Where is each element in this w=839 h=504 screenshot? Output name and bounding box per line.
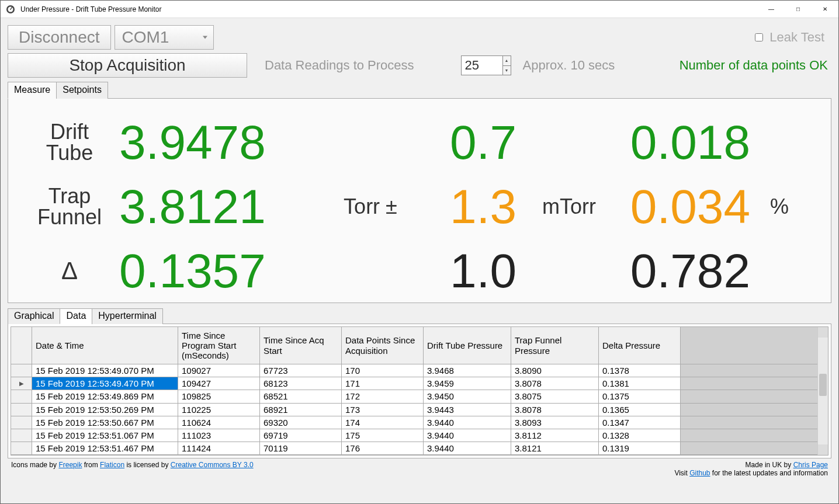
grid-cell[interactable]: 3.8075 [511, 390, 599, 403]
grid-cell[interactable]: 0.1365 [599, 404, 681, 416]
grid-cell[interactable]: 3.9450 [424, 390, 511, 403]
grid-cell[interactable]: 111424 [178, 442, 260, 455]
row-header[interactable] [11, 390, 32, 403]
tab-setpoints[interactable]: Setpoints [56, 82, 108, 99]
grid-cell[interactable]: 109825 [178, 390, 260, 403]
col-drift-tube[interactable]: Drift Tube Pressure [424, 327, 511, 364]
footer-left: Icons made by Freepik from Flaticon is l… [11, 461, 254, 469]
grid-cell[interactable]: 109427 [178, 377, 260, 390]
grid-cell[interactable]: 0.1347 [599, 416, 681, 429]
trap-funnel-pm: 1.3 [411, 179, 528, 234]
bottom-tabs: Graphical Data Hyperterminal [8, 308, 831, 324]
data-grid-panel: Date & Time Time Since Program Start (mS… [8, 324, 831, 458]
grid-cell[interactable]: 110225 [178, 404, 260, 416]
grid-cell[interactable]: 68921 [260, 404, 342, 416]
grid-cell[interactable]: 170 [342, 364, 424, 377]
grid-cell[interactable]: 3.9440 [424, 429, 511, 442]
stop-acquisition-button[interactable]: Stop Acquisition [8, 53, 247, 78]
grid-cell[interactable]: 68521 [260, 390, 342, 403]
grid-cell[interactable]: 111023 [178, 429, 260, 442]
grid-cell[interactable]: 15 Feb 2019 12:53:51.467 PM [32, 442, 178, 455]
grid-cell[interactable]: 3.9440 [424, 416, 511, 429]
disconnect-button[interactable]: Disconnect [8, 25, 111, 50]
link-cc[interactable]: Creative Commons BY 3.0 [171, 461, 254, 469]
link-freepik[interactable]: Freepik [58, 461, 82, 469]
row-header[interactable] [11, 442, 32, 455]
tab-graphical[interactable]: Graphical [8, 308, 60, 324]
row-header[interactable] [11, 404, 32, 416]
grid-cell[interactable]: 110624 [178, 416, 260, 429]
col-trap-funnel[interactable]: Trap Funnel Pressure [511, 327, 599, 364]
grid-cell[interactable]: 69320 [260, 416, 342, 429]
grid-cell[interactable]: 175 [342, 429, 424, 442]
grid-cell[interactable]: 15 Feb 2019 12:53:49.470 PM [32, 377, 178, 390]
grid-cell[interactable]: 0.1319 [599, 442, 681, 455]
grid-cell[interactable]: 15 Feb 2019 12:53:50.269 PM [32, 404, 178, 416]
col-data-points[interactable]: Data Points Since Acquisition [342, 327, 424, 364]
grid-cell[interactable]: 3.8121 [511, 442, 599, 455]
mtorr-label: mTorr [528, 194, 610, 219]
delta-pm: 1.0 [411, 244, 528, 298]
grid-scrollbar[interactable] [817, 327, 828, 455]
grid-cell[interactable]: 69719 [260, 429, 342, 442]
grid-cell[interactable]: 176 [342, 442, 424, 455]
grid-cell[interactable]: 0.1375 [599, 390, 681, 403]
grid-cell[interactable]: 171 [342, 377, 424, 390]
row-header[interactable] [11, 416, 32, 429]
grid-cell[interactable]: 15 Feb 2019 12:53:49.070 PM [32, 364, 178, 377]
grid-cell[interactable]: 3.9443 [424, 404, 511, 416]
grid-cell[interactable]: 3.8112 [511, 429, 599, 442]
row-header[interactable] [11, 364, 32, 377]
grid-cell[interactable]: 3.9468 [424, 364, 511, 377]
grid-cell[interactable]: 15 Feb 2019 12:53:51.067 PM [32, 429, 178, 442]
col-acq-start[interactable]: Time Since Acq Start [260, 327, 342, 364]
grid-cell[interactable]: 0.1378 [599, 364, 681, 377]
window-title: Under Pressure - Drift Tube Pressure Mon… [20, 5, 161, 13]
grid-cell[interactable]: 173 [342, 404, 424, 416]
col-datetime[interactable]: Date & Time [32, 327, 178, 364]
grid-cell[interactable]: 3.8090 [511, 364, 599, 377]
drift-tube-label: DriftTube [20, 121, 119, 164]
link-github[interactable]: Github [689, 469, 710, 477]
com-port-select[interactable]: COM1 [115, 25, 214, 50]
readings-to-process-label: Data Readings to Process [265, 58, 414, 73]
grid-cell[interactable]: 3.9440 [424, 442, 511, 455]
readings-spinner[interactable]: ▲ ▼ [461, 55, 511, 75]
grid-cell[interactable]: 70119 [260, 442, 342, 455]
trap-funnel-pct: 0.034 [610, 179, 762, 234]
row-header[interactable] [11, 429, 32, 442]
measure-panel: DriftTube 3.9478 0.7 0.018 TrapFunnel 3.… [8, 99, 831, 303]
col-program-start[interactable]: Time Since Program Start (mSeconds) [178, 327, 260, 364]
grid-cell[interactable]: 3.8093 [511, 416, 599, 429]
grid-cell[interactable]: 109027 [178, 364, 260, 377]
spinner-down-icon[interactable]: ▼ [502, 66, 511, 75]
tab-hyperterminal[interactable]: Hyperterminal [92, 308, 163, 324]
maximize-button[interactable]: □ [785, 1, 812, 18]
data-grid[interactable]: Date & Time Time Since Program Start (mS… [11, 326, 828, 456]
tab-data[interactable]: Data [60, 308, 92, 324]
grid-cell[interactable]: 0.1381 [599, 377, 681, 390]
spinner-up-icon[interactable]: ▲ [502, 56, 511, 66]
grid-cell[interactable]: 3.8078 [511, 377, 599, 390]
grid-cell[interactable]: 0.1328 [599, 429, 681, 442]
drift-tube-pm: 0.7 [411, 115, 528, 170]
minimize-button[interactable]: — [758, 1, 785, 18]
delta-pct: 0.782 [610, 244, 762, 298]
grid-cell[interactable]: 15 Feb 2019 12:53:49.869 PM [32, 390, 178, 403]
grid-cell[interactable]: 68123 [260, 377, 342, 390]
readings-value-input[interactable] [462, 56, 502, 75]
grid-cell[interactable]: 172 [342, 390, 424, 403]
pct-label: % [762, 194, 797, 219]
grid-cell[interactable]: 3.9459 [424, 377, 511, 390]
link-flaticon[interactable]: Flaticon [100, 461, 124, 469]
leak-test-checkbox[interactable] [755, 33, 763, 41]
grid-cell[interactable]: 174 [342, 416, 424, 429]
close-button[interactable]: ✕ [812, 1, 838, 18]
grid-cell[interactable]: 67723 [260, 364, 342, 377]
grid-cell[interactable]: 3.8078 [511, 404, 599, 416]
row-header[interactable]: ▶ [11, 377, 32, 390]
col-delta[interactable]: Delta Pressure [599, 327, 681, 364]
grid-cell[interactable]: 15 Feb 2019 12:53:50.667 PM [32, 416, 178, 429]
tab-measure[interactable]: Measure [8, 82, 57, 99]
link-author[interactable]: Chris Page [793, 461, 828, 469]
